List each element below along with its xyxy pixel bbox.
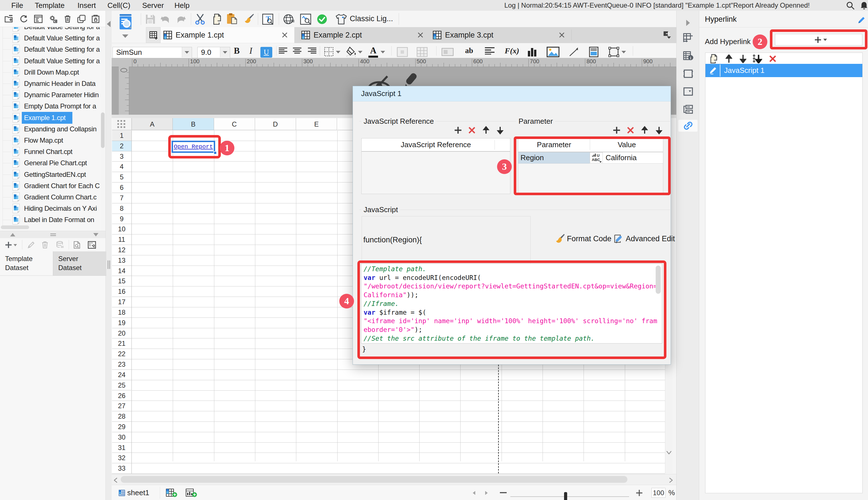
row-header-29[interactable]: 29 xyxy=(112,422,132,432)
shape-rect-icon[interactable] xyxy=(609,47,619,57)
template-dropdown-icon[interactable] xyxy=(122,34,129,38)
format-painter-icon[interactable] xyxy=(243,13,254,25)
line-tool-icon[interactable] xyxy=(569,47,579,57)
advanced-edit-link[interactable]: Advanced Edit xyxy=(626,233,675,244)
edit-dataset-icon[interactable] xyxy=(27,241,35,249)
zoom-out-button[interactable] xyxy=(500,492,507,493)
js-reference-table[interactable]: JavaScript Reference xyxy=(361,138,510,194)
fill-color-icon[interactable] xyxy=(346,46,357,57)
subreport-icon[interactable] xyxy=(589,47,599,57)
underline-button[interactable]: U xyxy=(260,47,272,58)
align-right-icon[interactable] xyxy=(308,47,316,54)
row-header-15[interactable]: 15 xyxy=(112,276,132,286)
row-header-18[interactable]: 18 xyxy=(112,307,132,318)
row-header-10[interactable]: 10 xyxy=(112,224,132,235)
tree-item-18[interactable]: Label in Date Format on xyxy=(0,214,101,225)
web-preview-icon[interactable] xyxy=(283,13,295,25)
find-replace-icon[interactable]: T xyxy=(262,13,274,25)
row-header-24[interactable]: 24 xyxy=(112,370,132,380)
text-widget-icon[interactable] xyxy=(441,48,454,56)
row-header-26[interactable]: 26 xyxy=(112,391,132,401)
chart-icon[interactable] xyxy=(527,47,537,57)
save-icon[interactable] xyxy=(145,14,155,24)
fill-color-dropdown-icon[interactable] xyxy=(358,51,363,53)
text-ab-icon[interactable]: ab xyxy=(465,43,473,58)
row-header-27[interactable]: 27 xyxy=(112,401,132,411)
tree-item-2[interactable]: Default Value Setting for a xyxy=(0,33,101,44)
jsref-add-icon[interactable] xyxy=(454,126,462,135)
tab-close-icon[interactable] xyxy=(282,32,288,38)
row-header-14[interactable]: 14 xyxy=(112,266,132,276)
font-color-dropdown-icon[interactable] xyxy=(380,51,385,53)
new-worksheet-button[interactable] xyxy=(146,27,160,43)
menu-insert[interactable]: Insert xyxy=(77,0,96,11)
row-header-31[interactable]: 31 xyxy=(112,443,132,453)
collapse-down-icon[interactable] xyxy=(93,233,98,237)
dataset-manager-icon[interactable] xyxy=(88,241,96,249)
expand-panel-icon[interactable] xyxy=(686,20,690,26)
undo-icon[interactable] xyxy=(160,15,170,24)
font-color-icon[interactable]: A xyxy=(368,45,379,58)
menu-help[interactable]: Help xyxy=(175,0,189,11)
row-header-32[interactable]: 32 xyxy=(112,453,132,463)
param-moveup-icon[interactable] xyxy=(641,126,649,135)
row-header-20[interactable]: 20 xyxy=(112,328,132,339)
splitter-handle-icon[interactable] xyxy=(50,233,56,236)
tree-item-17[interactable]: Hiding Decimals on Y Axi xyxy=(0,203,101,214)
template-web-attributes-icon[interactable] xyxy=(119,14,132,33)
menu-template[interactable]: Template xyxy=(35,0,65,11)
condition-attributes-tab-icon[interactable] xyxy=(683,104,693,114)
row-header-4[interactable]: 4 xyxy=(112,162,132,172)
row-header-7[interactable]: 7 xyxy=(112,193,132,203)
new-folder-icon[interactable] xyxy=(4,15,13,23)
menu-server[interactable]: Server xyxy=(142,0,164,11)
tree-item-8[interactable]: Empty Data Prompt for a xyxy=(0,101,101,112)
notification-bell-icon[interactable] xyxy=(860,1,868,10)
font-family-select[interactable]: SimSun xyxy=(112,47,192,58)
tree-item-12[interactable]: Funnel Chart.cpt xyxy=(0,146,101,157)
column-header-A[interactable]: A xyxy=(132,118,173,130)
theme-name-label[interactable]: Classic Lig... xyxy=(350,11,393,27)
paragraph-lines-icon[interactable] xyxy=(485,47,494,55)
jsref-delete-icon[interactable] xyxy=(468,126,476,135)
formula-icon[interactable]: F(x) xyxy=(505,43,519,58)
row-header-2[interactable]: 2 xyxy=(112,141,132,151)
grid-horizontal-scrollbar[interactable] xyxy=(112,474,676,485)
panel-edit-pen-icon[interactable] xyxy=(858,16,865,24)
menu-file[interactable]: File xyxy=(11,0,23,11)
row-header-28[interactable]: 28 xyxy=(112,411,132,422)
borders-icon[interactable] xyxy=(324,47,334,57)
paste-icon[interactable] xyxy=(226,13,238,25)
float-element-tab-icon[interactable] xyxy=(683,69,693,79)
format-code-icon[interactable] xyxy=(555,233,565,244)
row-header-9[interactable]: 9 xyxy=(112,214,132,224)
page-prev-icon[interactable] xyxy=(472,491,476,495)
tab-close-icon[interactable] xyxy=(559,32,565,38)
row-header-11[interactable]: 11 xyxy=(112,235,132,245)
row-header-3[interactable]: 3 xyxy=(112,151,132,162)
unmerge-cells-icon[interactable] xyxy=(416,47,428,57)
dataset-tab-server[interactable]: ServerDataset xyxy=(53,251,106,276)
zoom-slider-thumb[interactable] xyxy=(564,492,567,500)
tree-item-16[interactable]: Gradient Column Chart.c xyxy=(0,192,101,203)
scroll-right-icon[interactable] xyxy=(669,478,672,483)
row-header-23[interactable]: 23 xyxy=(112,359,132,370)
borders-dropdown-icon[interactable] xyxy=(336,51,341,53)
row-header-8[interactable]: 8 xyxy=(112,203,132,214)
delete-dataset-icon[interactable] xyxy=(41,241,49,249)
tree-item-14[interactable]: GettingStartedEN.cpt xyxy=(0,169,101,180)
font-family-dropdown[interactable] xyxy=(182,47,192,57)
row-header-25[interactable]: 25 xyxy=(112,380,132,391)
cell-attribute-tab-icon[interactable]: i xyxy=(683,51,693,61)
sidebar-splitter-bar[interactable] xyxy=(0,231,105,239)
widget-settings-tab-icon[interactable] xyxy=(683,87,693,96)
redo-icon[interactable] xyxy=(176,15,186,24)
collapse-sidebar-icon[interactable] xyxy=(107,21,111,27)
cell-element-tab-icon[interactable] xyxy=(683,33,693,43)
row-header-22[interactable]: 22 xyxy=(112,349,132,359)
row-header-16[interactable]: 16 xyxy=(112,286,132,297)
copy-icon[interactable] xyxy=(211,13,221,25)
cut-icon[interactable] xyxy=(195,13,205,25)
delete-icon[interactable] xyxy=(64,15,71,23)
zoom-in-button[interactable] xyxy=(636,489,643,497)
